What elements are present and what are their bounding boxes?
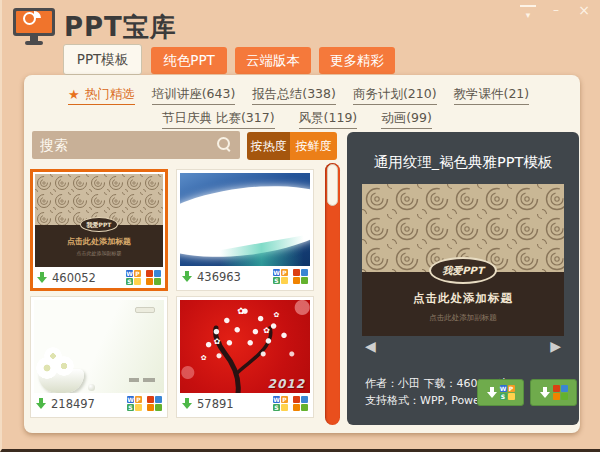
powerpoint-format-icon[interactable] xyxy=(146,270,161,285)
template-card-2012[interactable]: 2012 57891 WP S xyxy=(176,296,314,418)
tab-more[interactable]: 更多精彩 xyxy=(319,47,395,74)
slide-badge: 我爱PPT xyxy=(429,257,497,284)
flower-icon xyxy=(274,311,280,319)
wps-format-icon: WP S xyxy=(500,385,515,400)
category-training-link[interactable]: 培训讲座(643) xyxy=(152,86,236,105)
scrollbar-thumb[interactable] xyxy=(327,164,338,206)
template-card-swirl[interactable]: 我爱PPT 点击此处添加标题 点击此处添加副标题 460052 WP S xyxy=(30,169,168,291)
app-logo-monitor-icon xyxy=(13,8,57,46)
template-thumbnail: 我爱PPT 点击此处添加标题 点击此处添加副标题 xyxy=(35,174,163,267)
powerpoint-format-icon[interactable] xyxy=(293,269,308,284)
download-powerpoint-button[interactable] xyxy=(530,379,577,406)
download-count: 218497 xyxy=(51,397,122,411)
category-scenery-link[interactable]: 风景(119) xyxy=(299,110,358,129)
thumbnail-decoration xyxy=(129,378,155,382)
content-panel: ★ 热门精选 培训讲座(643) 报告总结(338) 商务计划(210) 教学课… xyxy=(24,75,580,433)
skin-menu-button[interactable]: ▾ xyxy=(520,5,536,23)
tab-cloud-version[interactable]: 云端版本 xyxy=(235,47,311,74)
template-card-daisy[interactable]: 218497 WP S xyxy=(30,296,168,418)
star-icon: ★ xyxy=(68,87,80,102)
template-thumbnail xyxy=(34,300,164,393)
powerpoint-format-icon[interactable] xyxy=(293,396,308,411)
search-input[interactable] xyxy=(40,131,210,159)
download-arrow-icon xyxy=(36,397,46,410)
download-count: 436963 xyxy=(197,270,268,284)
flower-icon xyxy=(263,326,270,335)
preview-title: 通用纹理_褐色典雅PPT模板 xyxy=(347,153,579,172)
slide-subtitle-text: 点击此处添加副标题 xyxy=(362,313,564,323)
slide-title-text: 点击此处添加标题 xyxy=(35,236,163,247)
download-arrow-icon xyxy=(182,397,192,410)
sort-by-fresh-button[interactable]: 按鲜度 xyxy=(290,132,337,160)
next-slide-button[interactable]: ▶ xyxy=(550,338,561,354)
preview-slide: 我爱PPT 点击此处添加标题 点击此处添加副标题 xyxy=(362,184,564,336)
powerpoint-format-icon xyxy=(553,385,568,400)
download-arrow-icon xyxy=(540,386,550,399)
thumbnail-decoration xyxy=(135,307,155,313)
flower-icon xyxy=(214,337,221,346)
wps-format-icon[interactable]: WP S xyxy=(126,270,141,285)
slide-subtitle-text: 点击此处添加副标题 xyxy=(35,250,163,256)
slide-title-text: 点击此处添加标题 xyxy=(362,291,564,306)
pearl-decoration xyxy=(88,384,95,391)
app-window: PPT宝库 ▾ – × PPT模板 纯色PPT 云端版本 更多精彩 ★ 热门精选… xyxy=(0,0,600,452)
search-box xyxy=(32,131,240,159)
wps-format-icon[interactable]: WP S xyxy=(273,269,288,284)
sort-group: 按热度 按鲜度 xyxy=(247,132,337,160)
download-count: 57891 xyxy=(197,397,268,411)
category-row-1: ★ 热门精选 培训讲座(643) 报告总结(338) 商务计划(210) 教学课… xyxy=(68,86,529,105)
category-row-2: 节日庆典 比赛(317) 风景(119) 动画(99) xyxy=(162,110,432,129)
category-featured-label: 热门精选 xyxy=(85,86,135,103)
download-wps-button[interactable]: WP S xyxy=(477,379,524,406)
close-button[interactable]: × xyxy=(576,2,592,18)
window-controls: ▾ – × xyxy=(520,2,592,23)
download-arrow-icon xyxy=(37,271,47,284)
powerpoint-format-icon[interactable] xyxy=(147,396,162,411)
app-title: PPT宝库 xyxy=(64,10,177,45)
template-card-blue[interactable]: 436963 WP S xyxy=(176,169,314,291)
template-thumbnail xyxy=(180,173,310,266)
tab-solid-color-ppt[interactable]: 纯色PPT xyxy=(151,47,227,74)
year-label: 2012 xyxy=(268,377,305,391)
slide-badge: 我爱PPT xyxy=(80,217,118,232)
prev-slide-button[interactable]: ◀ xyxy=(365,338,376,354)
wps-format-icon[interactable]: WP S xyxy=(273,396,288,411)
category-animation-link[interactable]: 动画(99) xyxy=(381,110,432,129)
flower-icon xyxy=(201,354,207,362)
minimize-button[interactable]: – xyxy=(548,2,564,18)
search-icon[interactable] xyxy=(217,137,231,151)
category-teaching-link[interactable]: 教学课件(21) xyxy=(454,86,530,105)
sort-by-hot-button[interactable]: 按热度 xyxy=(247,132,290,160)
scrollbar-track[interactable] xyxy=(325,163,340,425)
preview-panel: 通用纹理_褐色典雅PPT模板 我爱PPT 点击此处添加标题 xyxy=(347,132,579,425)
template-thumbnail: 2012 xyxy=(180,300,310,393)
download-count: 460052 xyxy=(52,271,121,285)
tab-ppt-templates[interactable]: PPT模板 xyxy=(63,44,142,75)
download-arrow-icon xyxy=(182,270,192,283)
category-featured-link[interactable]: ★ 热门精选 xyxy=(68,86,135,105)
category-report-link[interactable]: 报告总结(338) xyxy=(252,86,336,105)
download-arrow-icon xyxy=(487,386,497,399)
category-festival-link[interactable]: 节日庆典 比赛(317) xyxy=(162,110,275,129)
wps-format-icon[interactable]: WP S xyxy=(127,396,142,411)
category-business-link[interactable]: 商务计划(210) xyxy=(353,86,437,105)
flower-icon xyxy=(237,306,245,316)
